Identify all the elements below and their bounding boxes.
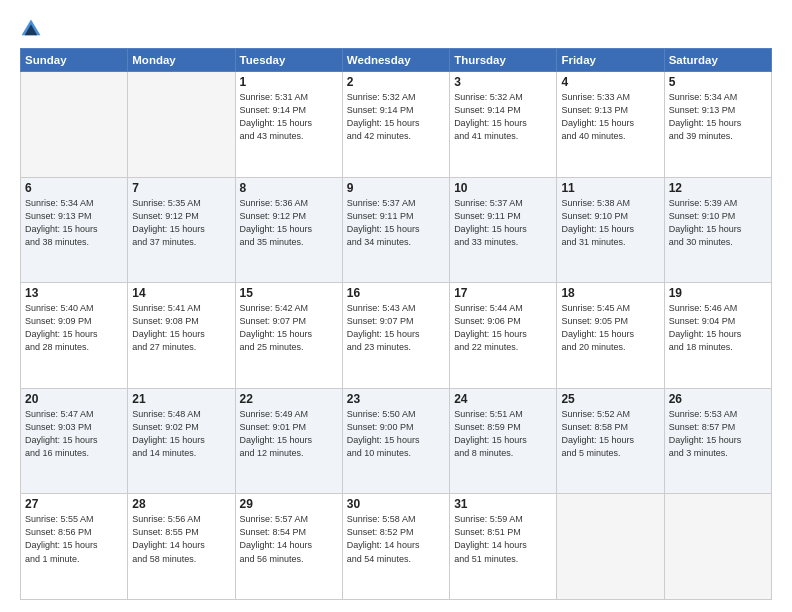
logo [20, 18, 46, 40]
day-number: 22 [240, 392, 338, 406]
weekday-header-thursday: Thursday [450, 49, 557, 72]
day-info: Sunrise: 5:37 AMSunset: 9:11 PMDaylight:… [454, 197, 552, 249]
calendar-day-26: 26Sunrise: 5:53 AMSunset: 8:57 PMDayligh… [664, 388, 771, 494]
day-info: Sunrise: 5:31 AMSunset: 9:14 PMDaylight:… [240, 91, 338, 143]
calendar-day-13: 13Sunrise: 5:40 AMSunset: 9:09 PMDayligh… [21, 283, 128, 389]
day-info: Sunrise: 5:35 AMSunset: 9:12 PMDaylight:… [132, 197, 230, 249]
calendar-day-14: 14Sunrise: 5:41 AMSunset: 9:08 PMDayligh… [128, 283, 235, 389]
day-number: 30 [347, 497, 445, 511]
day-info: Sunrise: 5:51 AMSunset: 8:59 PMDaylight:… [454, 408, 552, 460]
day-info: Sunrise: 5:40 AMSunset: 9:09 PMDaylight:… [25, 302, 123, 354]
day-info: Sunrise: 5:32 AMSunset: 9:14 PMDaylight:… [347, 91, 445, 143]
day-number: 9 [347, 181, 445, 195]
calendar-day-29: 29Sunrise: 5:57 AMSunset: 8:54 PMDayligh… [235, 494, 342, 600]
page: SundayMondayTuesdayWednesdayThursdayFrid… [0, 0, 792, 612]
calendar-header-row: SundayMondayTuesdayWednesdayThursdayFrid… [21, 49, 772, 72]
calendar-day-10: 10Sunrise: 5:37 AMSunset: 9:11 PMDayligh… [450, 177, 557, 283]
calendar-day-8: 8Sunrise: 5:36 AMSunset: 9:12 PMDaylight… [235, 177, 342, 283]
calendar-day-20: 20Sunrise: 5:47 AMSunset: 9:03 PMDayligh… [21, 388, 128, 494]
day-number: 23 [347, 392, 445, 406]
day-number: 7 [132, 181, 230, 195]
calendar-day-21: 21Sunrise: 5:48 AMSunset: 9:02 PMDayligh… [128, 388, 235, 494]
day-number: 20 [25, 392, 123, 406]
calendar-day-19: 19Sunrise: 5:46 AMSunset: 9:04 PMDayligh… [664, 283, 771, 389]
weekday-header-sunday: Sunday [21, 49, 128, 72]
day-number: 13 [25, 286, 123, 300]
day-info: Sunrise: 5:59 AMSunset: 8:51 PMDaylight:… [454, 513, 552, 565]
day-number: 31 [454, 497, 552, 511]
day-number: 5 [669, 75, 767, 89]
day-info: Sunrise: 5:34 AMSunset: 9:13 PMDaylight:… [25, 197, 123, 249]
calendar-day-27: 27Sunrise: 5:55 AMSunset: 8:56 PMDayligh… [21, 494, 128, 600]
day-number: 17 [454, 286, 552, 300]
day-number: 2 [347, 75, 445, 89]
weekday-header-wednesday: Wednesday [342, 49, 449, 72]
calendar-day-5: 5Sunrise: 5:34 AMSunset: 9:13 PMDaylight… [664, 72, 771, 178]
day-number: 15 [240, 286, 338, 300]
day-number: 21 [132, 392, 230, 406]
day-info: Sunrise: 5:47 AMSunset: 9:03 PMDaylight:… [25, 408, 123, 460]
day-number: 11 [561, 181, 659, 195]
day-number: 14 [132, 286, 230, 300]
calendar-day-12: 12Sunrise: 5:39 AMSunset: 9:10 PMDayligh… [664, 177, 771, 283]
calendar-day-empty [557, 494, 664, 600]
calendar-day-25: 25Sunrise: 5:52 AMSunset: 8:58 PMDayligh… [557, 388, 664, 494]
calendar-day-11: 11Sunrise: 5:38 AMSunset: 9:10 PMDayligh… [557, 177, 664, 283]
calendar-day-22: 22Sunrise: 5:49 AMSunset: 9:01 PMDayligh… [235, 388, 342, 494]
calendar-table: SundayMondayTuesdayWednesdayThursdayFrid… [20, 48, 772, 600]
day-info: Sunrise: 5:32 AMSunset: 9:14 PMDaylight:… [454, 91, 552, 143]
calendar-week-row: 6Sunrise: 5:34 AMSunset: 9:13 PMDaylight… [21, 177, 772, 283]
logo-icon [20, 18, 42, 40]
day-number: 4 [561, 75, 659, 89]
calendar-day-empty [128, 72, 235, 178]
day-number: 25 [561, 392, 659, 406]
day-info: Sunrise: 5:41 AMSunset: 9:08 PMDaylight:… [132, 302, 230, 354]
day-number: 29 [240, 497, 338, 511]
calendar-day-9: 9Sunrise: 5:37 AMSunset: 9:11 PMDaylight… [342, 177, 449, 283]
day-info: Sunrise: 5:50 AMSunset: 9:00 PMDaylight:… [347, 408, 445, 460]
weekday-header-friday: Friday [557, 49, 664, 72]
calendar-week-row: 1Sunrise: 5:31 AMSunset: 9:14 PMDaylight… [21, 72, 772, 178]
calendar-day-17: 17Sunrise: 5:44 AMSunset: 9:06 PMDayligh… [450, 283, 557, 389]
day-number: 10 [454, 181, 552, 195]
day-number: 3 [454, 75, 552, 89]
day-number: 26 [669, 392, 767, 406]
day-number: 19 [669, 286, 767, 300]
calendar-week-row: 13Sunrise: 5:40 AMSunset: 9:09 PMDayligh… [21, 283, 772, 389]
weekday-header-saturday: Saturday [664, 49, 771, 72]
calendar-day-30: 30Sunrise: 5:58 AMSunset: 8:52 PMDayligh… [342, 494, 449, 600]
day-info: Sunrise: 5:38 AMSunset: 9:10 PMDaylight:… [561, 197, 659, 249]
calendar-day-7: 7Sunrise: 5:35 AMSunset: 9:12 PMDaylight… [128, 177, 235, 283]
day-info: Sunrise: 5:49 AMSunset: 9:01 PMDaylight:… [240, 408, 338, 460]
day-info: Sunrise: 5:34 AMSunset: 9:13 PMDaylight:… [669, 91, 767, 143]
day-info: Sunrise: 5:39 AMSunset: 9:10 PMDaylight:… [669, 197, 767, 249]
day-info: Sunrise: 5:48 AMSunset: 9:02 PMDaylight:… [132, 408, 230, 460]
day-info: Sunrise: 5:57 AMSunset: 8:54 PMDaylight:… [240, 513, 338, 565]
day-info: Sunrise: 5:53 AMSunset: 8:57 PMDaylight:… [669, 408, 767, 460]
calendar-day-4: 4Sunrise: 5:33 AMSunset: 9:13 PMDaylight… [557, 72, 664, 178]
weekday-header-tuesday: Tuesday [235, 49, 342, 72]
calendar-day-3: 3Sunrise: 5:32 AMSunset: 9:14 PMDaylight… [450, 72, 557, 178]
day-info: Sunrise: 5:42 AMSunset: 9:07 PMDaylight:… [240, 302, 338, 354]
day-info: Sunrise: 5:33 AMSunset: 9:13 PMDaylight:… [561, 91, 659, 143]
calendar-day-31: 31Sunrise: 5:59 AMSunset: 8:51 PMDayligh… [450, 494, 557, 600]
calendar-day-empty [664, 494, 771, 600]
calendar-day-15: 15Sunrise: 5:42 AMSunset: 9:07 PMDayligh… [235, 283, 342, 389]
day-info: Sunrise: 5:43 AMSunset: 9:07 PMDaylight:… [347, 302, 445, 354]
day-number: 8 [240, 181, 338, 195]
day-number: 18 [561, 286, 659, 300]
day-number: 24 [454, 392, 552, 406]
day-info: Sunrise: 5:56 AMSunset: 8:55 PMDaylight:… [132, 513, 230, 565]
calendar-day-23: 23Sunrise: 5:50 AMSunset: 9:00 PMDayligh… [342, 388, 449, 494]
day-info: Sunrise: 5:55 AMSunset: 8:56 PMDaylight:… [25, 513, 123, 565]
day-number: 27 [25, 497, 123, 511]
calendar-day-6: 6Sunrise: 5:34 AMSunset: 9:13 PMDaylight… [21, 177, 128, 283]
day-number: 28 [132, 497, 230, 511]
calendar-week-row: 20Sunrise: 5:47 AMSunset: 9:03 PMDayligh… [21, 388, 772, 494]
day-number: 16 [347, 286, 445, 300]
day-number: 6 [25, 181, 123, 195]
day-info: Sunrise: 5:37 AMSunset: 9:11 PMDaylight:… [347, 197, 445, 249]
calendar-day-24: 24Sunrise: 5:51 AMSunset: 8:59 PMDayligh… [450, 388, 557, 494]
calendar-week-row: 27Sunrise: 5:55 AMSunset: 8:56 PMDayligh… [21, 494, 772, 600]
day-info: Sunrise: 5:36 AMSunset: 9:12 PMDaylight:… [240, 197, 338, 249]
